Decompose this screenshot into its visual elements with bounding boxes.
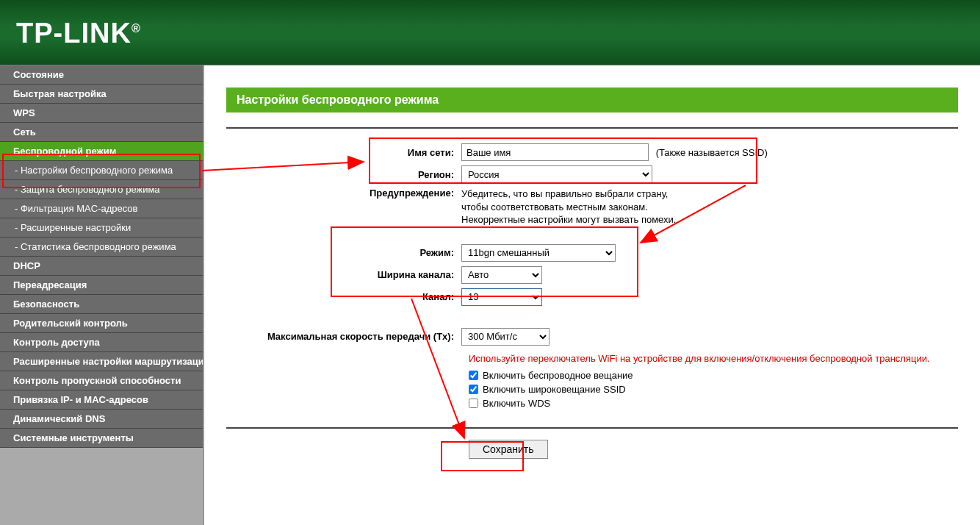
txrate-select[interactable]: 300 Мбит/с bbox=[461, 328, 550, 346]
region-select[interactable]: Россия bbox=[461, 165, 652, 183]
width-select[interactable]: Авто bbox=[461, 266, 542, 284]
save-button[interactable]: Сохранить bbox=[469, 440, 548, 459]
warning-text: Убедитесь, что вы правильно выбрали стра… bbox=[461, 188, 676, 226]
mode-label: Режим: bbox=[226, 247, 461, 258]
enable-radio-label: Включить беспроводное вещание bbox=[483, 370, 633, 381]
sidebar-item-wps[interactable]: WPS bbox=[0, 104, 203, 123]
ssid-hint: (Также называется SSID) bbox=[656, 147, 768, 158]
separator-bottom bbox=[226, 427, 958, 429]
sidebar: Состояние Быстрая настройка WPS Сеть Бес… bbox=[0, 65, 204, 525]
sidebar-sub-statistics[interactable]: - Статистика беспроводного режима bbox=[0, 238, 203, 257]
sidebar-item-dhcp[interactable]: DHCP bbox=[0, 257, 203, 276]
sidebar-item-ddns[interactable]: Динамический DNS bbox=[0, 410, 203, 429]
sidebar-sub-wireless-settings[interactable]: - Настройки беспроводного режима bbox=[0, 161, 203, 180]
enable-wds-label: Включить WDS bbox=[483, 398, 550, 409]
txrate-label: Максимальная скорость передачи (Tx): bbox=[226, 331, 461, 342]
ssid-input[interactable] bbox=[461, 143, 649, 161]
wifi-switch-hint: Используйте переключатель WiFi на устрой… bbox=[469, 353, 958, 364]
sidebar-item-bandwidth[interactable]: Контроль пропускной способности bbox=[0, 371, 203, 390]
channel-label: Канал: bbox=[226, 291, 461, 302]
page-title: Настройки беспроводного режима bbox=[226, 88, 958, 113]
enable-radio-checkbox[interactable] bbox=[469, 371, 478, 380]
sidebar-sub-advanced[interactable]: - Расширенные настройки bbox=[0, 218, 203, 238]
width-label: Ширина канала: bbox=[226, 269, 461, 280]
sidebar-item-access[interactable]: Контроль доступа bbox=[0, 333, 203, 352]
enable-ssid-checkbox[interactable] bbox=[469, 385, 478, 394]
channel-select[interactable]: 13 bbox=[461, 288, 542, 306]
sidebar-item-forwarding[interactable]: Переадресация bbox=[0, 276, 203, 295]
brand-logo: TP-LINK® bbox=[16, 18, 141, 49]
sidebar-item-network[interactable]: Сеть bbox=[0, 123, 203, 142]
sidebar-item-ipmac[interactable]: Привязка IP- и MAC-адресов bbox=[0, 390, 203, 410]
enable-wds-checkbox[interactable] bbox=[469, 399, 478, 408]
enable-ssid-label: Включить широковещание SSID bbox=[483, 384, 626, 395]
sidebar-item-security[interactable]: Безопасность bbox=[0, 295, 203, 314]
warning-label: Предупреждение: bbox=[226, 188, 461, 199]
sidebar-sub-mac-filter[interactable]: - Фильтрация MAC-адресов bbox=[0, 199, 203, 218]
sidebar-item-parental[interactable]: Родительский контроль bbox=[0, 314, 203, 333]
brand-text: TP-LINK bbox=[16, 18, 131, 49]
sidebar-item-system[interactable]: Системные инструменты bbox=[0, 429, 203, 448]
sidebar-item-routing[interactable]: Расширенные настройки маршрутизации bbox=[0, 352, 203, 371]
content: Настройки беспроводного режима Имя сети:… bbox=[204, 65, 980, 525]
header: TP-LINK® bbox=[0, 0, 980, 65]
sidebar-item-status[interactable]: Состояние bbox=[0, 65, 203, 85]
region-label: Регион: bbox=[226, 169, 461, 180]
ssid-label: Имя сети: bbox=[226, 147, 461, 158]
sidebar-sub-wireless-security[interactable]: - Защита беспроводного режима bbox=[0, 180, 203, 199]
mode-select[interactable]: 11bgn смешанный bbox=[461, 244, 616, 262]
sidebar-item-wireless[interactable]: Беспроводной режим bbox=[0, 142, 203, 161]
sidebar-item-quicksetup[interactable]: Быстрая настройка bbox=[0, 85, 203, 104]
separator-top bbox=[226, 127, 958, 129]
